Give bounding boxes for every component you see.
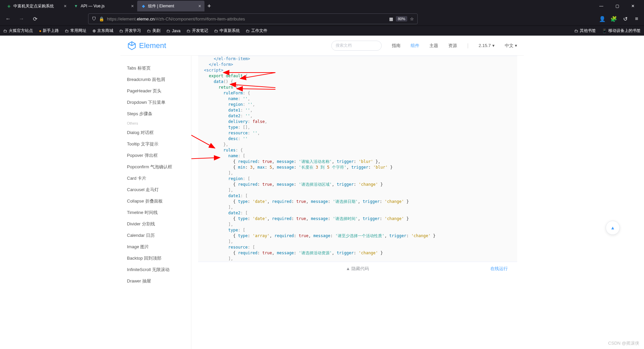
- chevron-down-icon: ▾: [492, 43, 495, 48]
- back-to-top-button[interactable]: ▲: [606, 221, 620, 235]
- sidebar-item[interactable]: Backtop 回到顶部: [120, 253, 191, 264]
- folder-icon: 🗀: [3, 29, 7, 33]
- sidebar-item[interactable]: Drawer 抽屉: [120, 275, 191, 287]
- sidebar-item[interactable]: Popconfirm 气泡确认框: [120, 161, 191, 173]
- folder-icon: 🗀: [187, 29, 191, 33]
- url-text: https://element.eleme.cn/#/zh-CN/compone…: [107, 16, 386, 21]
- search-input[interactable]: 搜索文档: [331, 41, 382, 51]
- bookmark-item[interactable]: 🗀火狐官方站点: [3, 28, 33, 34]
- bookmark-bar: 🗀火狐官方站点 ●新手上路 🗀常用网址 ⊕京东商城 🗀开发学习 🗀美剧 🗀Jav…: [0, 26, 644, 36]
- sidebar-item[interactable]: PageHeader 页头: [120, 85, 191, 97]
- back-button[interactable]: ←: [3, 14, 13, 24]
- sidebar-group-label: Others: [120, 120, 191, 127]
- sidebar-item[interactable]: Steps 步骤条: [120, 108, 191, 120]
- sidebar-item[interactable]: Image 图片: [120, 241, 191, 253]
- nav-resource[interactable]: 资源: [448, 43, 457, 49]
- close-icon[interactable]: ×: [198, 3, 201, 9]
- folder-icon: 🗀: [574, 29, 578, 33]
- tab-2[interactable]: ◆ 组件 | Element ×: [137, 1, 204, 11]
- nav-guide[interactable]: 指南: [392, 43, 401, 49]
- sidebar-item[interactable]: Dropdown 下拉菜单: [120, 97, 191, 108]
- tab-title: API — Vue.js: [81, 4, 129, 8]
- folder-icon: 🗀: [147, 29, 151, 33]
- caret-up-icon: ▲: [610, 225, 615, 230]
- sidebar-item[interactable]: Tooltip 文字提示: [120, 138, 191, 150]
- mobile-icon: 📱: [602, 29, 607, 33]
- tab-0[interactable]: ◈ 中直机关定点采购系统 ×: [3, 1, 70, 11]
- url-input[interactable]: ⛉ 🔒 https://element.eleme.cn/#/zh-CN/com…: [88, 13, 418, 24]
- hide-code-button[interactable]: ▲ 隐藏代码: [346, 266, 369, 272]
- folder-icon: 🗀: [214, 29, 218, 33]
- bookmark-item[interactable]: 🗀其他书签: [574, 28, 596, 34]
- firefox-icon: ●: [39, 29, 41, 33]
- tab-title: 组件 | Element: [148, 3, 196, 9]
- page-body: Element 搜索文档 指南 组件 主题 资源 | 2.15.7▾ 中文▾ T…: [0, 36, 644, 349]
- bookmark-item[interactable]: ⊕京东商城: [92, 28, 113, 34]
- bookmark-item[interactable]: 🗀中直新系统: [214, 28, 240, 34]
- reload-button[interactable]: ⟳: [30, 14, 40, 24]
- logo-text: Element: [139, 41, 166, 50]
- chevron-down-icon: ▾: [515, 43, 517, 48]
- folder-icon: 🗀: [166, 29, 171, 33]
- code-block: </el-form-item> </el-form> <script> expo…: [198, 56, 517, 262]
- sidebar-item[interactable]: Divider 分割线: [120, 218, 191, 230]
- bookmark-item[interactable]: 🗀常用网址: [65, 28, 86, 34]
- library-icon[interactable]: ↺: [621, 15, 629, 23]
- close-icon[interactable]: ×: [64, 3, 67, 9]
- qr-icon[interactable]: ▦: [389, 16, 393, 21]
- tab-title: 中直机关定点采购系统: [13, 3, 62, 9]
- shield-icon: ⛉: [92, 16, 96, 21]
- sidebar-item[interactable]: Carousel 走马灯: [120, 184, 191, 195]
- sidebar-item[interactable]: Tabs 标签页: [120, 62, 191, 74]
- sidebar-item[interactable]: Card 卡片: [120, 173, 191, 184]
- nav-component[interactable]: 组件: [411, 43, 419, 49]
- bookmark-item[interactable]: 🗀工作文件: [246, 28, 267, 34]
- close-window-button[interactable]: ✕: [629, 2, 637, 10]
- folder-icon: 🗀: [246, 29, 250, 33]
- new-tab-button[interactable]: +: [204, 1, 214, 11]
- sidebar-item[interactable]: Collapse 折叠面板: [120, 195, 191, 207]
- folder-icon: 🗀: [65, 29, 69, 33]
- tab-favicon-0: ◈: [6, 3, 11, 9]
- address-bar: ← → ⟳ ⛉ 🔒 https://element.eleme.cn/#/zh-…: [0, 12, 644, 26]
- app-menu-icon[interactable]: ≡: [633, 15, 641, 23]
- watermark: CSDN @摇滚侠: [608, 340, 639, 346]
- sidebar-item[interactable]: InfiniteScroll 无限滚动: [120, 264, 191, 275]
- caret-up-icon: ▲: [346, 266, 350, 271]
- maximize-button[interactable]: ▢: [613, 2, 622, 10]
- browser-chrome: ◈ 中直机关定点采购系统 × ▼ API — Vue.js × ◆ 组件 | E…: [0, 0, 644, 36]
- globe-icon: ⊕: [92, 29, 96, 33]
- tabs-bar: ◈ 中直机关定点采购系统 × ▼ API — Vue.js × ◆ 组件 | E…: [0, 0, 644, 12]
- window-controls: — ▢ ✕: [597, 2, 641, 10]
- sidebar-item[interactable]: Popover 弹出框: [120, 150, 191, 161]
- lang-dropdown[interactable]: 中文▾: [505, 43, 517, 49]
- bookmark-item[interactable]: 🗀Java: [166, 29, 180, 33]
- bookmark-item[interactable]: 🗀美剧: [147, 28, 160, 34]
- main-content: </el-form-item> </el-form> <script> expo…: [191, 56, 524, 349]
- site-header: Element 搜索文档 指南 组件 主题 资源 | 2.15.7▾ 中文▾: [120, 36, 524, 56]
- minimize-button[interactable]: —: [597, 2, 606, 10]
- run-online-button[interactable]: 在线运行: [490, 266, 508, 272]
- extensions-icon[interactable]: 🧩: [610, 15, 618, 23]
- sidebar-item[interactable]: Dialog 对话框: [120, 127, 191, 138]
- zoom-badge[interactable]: 80%: [396, 16, 407, 21]
- bookmark-item[interactable]: ●新手上路: [39, 28, 59, 34]
- tab-1[interactable]: ▼ API — Vue.js ×: [70, 1, 137, 11]
- sidebar-item[interactable]: Timeline 时间线: [120, 207, 191, 218]
- element-logo[interactable]: Element: [127, 41, 166, 50]
- bookmark-item[interactable]: 🗀开发学习: [119, 28, 141, 34]
- bookmark-item[interactable]: 🗀开发笔记: [187, 28, 208, 34]
- nav-theme[interactable]: 主题: [429, 43, 438, 49]
- bookmark-star-icon[interactable]: ☆: [410, 16, 414, 21]
- tab-favicon-1: ▼: [73, 3, 79, 9]
- logo-icon: [127, 41, 137, 50]
- sidebar-item[interactable]: Breadcrumb 面包屑: [120, 74, 191, 85]
- forward-button[interactable]: →: [17, 14, 26, 24]
- account-icon[interactable]: 👤: [598, 15, 606, 23]
- code-footer: ▲ 隐藏代码 在线运行: [198, 262, 517, 275]
- sidebar[interactable]: Tabs 标签页 Breadcrumb 面包屑 PageHeader 页头 Dr…: [120, 56, 191, 349]
- close-icon[interactable]: ×: [131, 3, 134, 9]
- version-dropdown[interactable]: 2.15.7▾: [479, 43, 494, 48]
- bookmark-item[interactable]: 📱移动设备上的书签: [602, 28, 641, 34]
- sidebar-item[interactable]: Calendar 日历: [120, 230, 191, 241]
